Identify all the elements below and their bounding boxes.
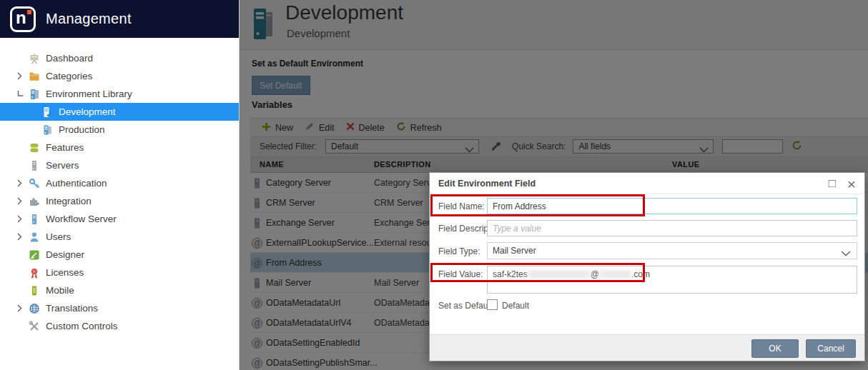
sidebar-item-users[interactable]: Users bbox=[0, 228, 239, 246]
app-window: n Management Dashboard Categories Enviro… bbox=[0, 0, 868, 370]
sidebar-item-environment-library[interactable]: Environment Library bbox=[0, 85, 239, 103]
nintex-logo: n bbox=[10, 6, 36, 32]
sidebar-item-development[interactable]: Development bbox=[0, 103, 239, 121]
field-description-input[interactable] bbox=[487, 220, 857, 236]
sidebar-item-designer[interactable]: Designer bbox=[0, 246, 239, 264]
maximize-icon[interactable] bbox=[829, 176, 836, 191]
environment-icon bbox=[41, 106, 53, 118]
sidebar-item-label: Mobile bbox=[46, 285, 74, 296]
sidebar-item-label: Development bbox=[59, 106, 116, 117]
edit-environment-field-dialog: Edit Environment Field Field Name: Field… bbox=[429, 172, 865, 361]
field-value-suffix: .com bbox=[631, 269, 650, 279]
chevron-right-icon[interactable] bbox=[17, 72, 29, 80]
field-name-input[interactable] bbox=[487, 198, 857, 214]
sidebar-item-label: Translations bbox=[46, 303, 98, 314]
sidebar-item-label: Categories bbox=[46, 71, 92, 81]
default-checkbox-label: Default bbox=[502, 301, 529, 311]
sidebar-item-label: Designer bbox=[46, 249, 84, 260]
chevron-down-icon bbox=[841, 249, 851, 259]
sidebar-item-label: Custom Controls bbox=[46, 321, 118, 331]
environment-library-icon bbox=[29, 89, 40, 100]
field-name-label: Field Name: bbox=[438, 201, 485, 211]
sidebar-item-label: Environment Library bbox=[46, 89, 132, 99]
sidebar-item-workflow-server[interactable]: Workflow Server bbox=[0, 210, 239, 228]
sidebar-item-licenses[interactable]: Licenses bbox=[0, 264, 239, 281]
sidebar-item-servers[interactable]: Servers bbox=[0, 156, 239, 174]
redaction-blur bbox=[599, 270, 631, 279]
field-type-dropdown[interactable]: Mail Server bbox=[487, 242, 857, 259]
logo-letter: n bbox=[16, 8, 26, 28]
chevron-right-icon[interactable] bbox=[17, 215, 29, 223]
sidebar-item-authentication[interactable]: Authentication bbox=[0, 174, 239, 192]
tree-expanded-icon[interactable] bbox=[17, 91, 29, 97]
folder-icon bbox=[29, 71, 40, 82]
field-value-label: Field Value: bbox=[438, 269, 483, 279]
server-icon bbox=[29, 160, 40, 171]
workflow-server-icon bbox=[29, 214, 40, 225]
chevron-right-icon[interactable] bbox=[17, 233, 29, 241]
sidebar-item-label: Production bbox=[59, 124, 105, 135]
sidebar-item-features[interactable]: Features bbox=[0, 139, 239, 156]
features-icon bbox=[29, 142, 40, 154]
sidebar-item-label: Servers bbox=[46, 160, 79, 171]
sidebar-item-custom-controls[interactable]: Custom Controls bbox=[0, 317, 239, 335]
sidebar-item-label: Features bbox=[46, 142, 84, 153]
tools-icon bbox=[29, 321, 40, 332]
sidebar-nav: Dashboard Categories Environment Library… bbox=[0, 38, 239, 335]
field-value-at: @ bbox=[591, 269, 599, 279]
sidebar-item-production[interactable]: Production bbox=[0, 121, 239, 139]
globe-icon bbox=[29, 303, 40, 314]
field-type-value: Mail Server bbox=[493, 246, 536, 256]
sidebar: n Management Dashboard Categories Enviro… bbox=[0, 0, 240, 370]
set-as-default-label: Set as Default: bbox=[438, 301, 495, 311]
sidebar-item-integration[interactable]: Integration bbox=[0, 192, 239, 210]
sidebar-item-label: Licenses bbox=[46, 267, 84, 278]
user-icon bbox=[29, 231, 40, 243]
app-title: Management bbox=[46, 11, 132, 27]
close-icon[interactable] bbox=[847, 176, 856, 193]
field-type-label: Field Type: bbox=[438, 246, 480, 256]
dialog-titlebar: Edit Environment Field bbox=[430, 173, 864, 194]
dialog-title: Edit Environment Field bbox=[438, 179, 536, 189]
sidebar-item-label: Authentication bbox=[46, 178, 107, 189]
logo-dot bbox=[27, 10, 31, 14]
sidebar-item-dashboard[interactable]: Dashboard bbox=[0, 49, 239, 67]
redaction-blur bbox=[528, 270, 591, 279]
chevron-right-icon[interactable] bbox=[17, 304, 29, 312]
ok-button[interactable]: OK bbox=[751, 339, 799, 358]
chevron-right-icon[interactable] bbox=[17, 197, 29, 205]
sidebar-item-label: Integration bbox=[46, 196, 92, 206]
key-icon bbox=[29, 178, 40, 189]
dialog-footer: OK Cancel bbox=[430, 334, 864, 361]
field-value-prefix: saf-k2tes bbox=[493, 269, 528, 279]
sidebar-item-label: Users bbox=[46, 231, 71, 242]
sidebar-item-categories[interactable]: Categories bbox=[0, 67, 239, 85]
puzzle-icon bbox=[29, 196, 40, 207]
mobile-icon bbox=[29, 285, 40, 296]
sidebar-header: n Management bbox=[0, 0, 239, 38]
default-checkbox[interactable] bbox=[487, 299, 498, 310]
designer-icon bbox=[29, 249, 40, 261]
environment-icon bbox=[41, 124, 53, 136]
sidebar-item-label: Dashboard bbox=[46, 53, 93, 64]
sidebar-item-label: Workflow Server bbox=[46, 214, 117, 224]
chevron-right-icon[interactable] bbox=[17, 179, 29, 187]
dashboard-icon bbox=[29, 53, 40, 64]
license-icon bbox=[29, 267, 40, 279]
sidebar-item-translations[interactable]: Translations bbox=[0, 299, 239, 317]
cancel-button[interactable]: Cancel bbox=[806, 339, 856, 358]
field-value-input[interactable]: saf-k2tes@.com bbox=[487, 266, 857, 294]
sidebar-item-mobile[interactable]: Mobile bbox=[0, 281, 239, 299]
